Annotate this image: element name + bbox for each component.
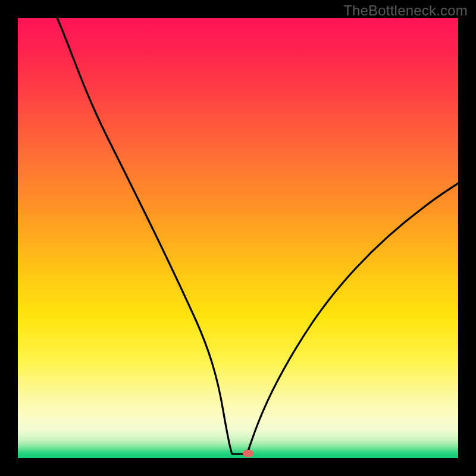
bottleneck-curve-svg: [18, 18, 458, 458]
chart-frame: TheBottleneck.com: [0, 0, 476, 476]
watermark-text: TheBottleneck.com: [343, 2, 468, 19]
plot-area: [18, 18, 458, 458]
bottleneck-curve: [57, 18, 458, 454]
minimum-marker: [243, 450, 253, 457]
